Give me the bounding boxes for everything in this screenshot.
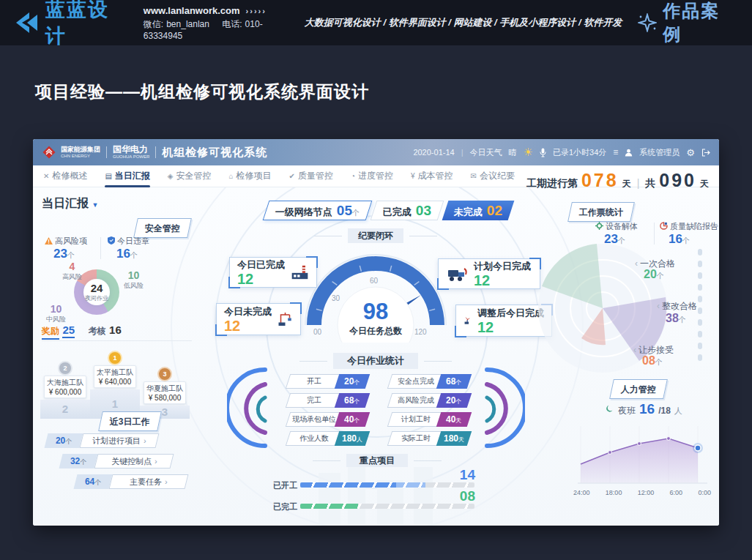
time-tick: 12:00 [638, 489, 655, 496]
site-logo[interactable]: 蓝蓝设计 [13, 0, 130, 49]
safety-badge: 安全管控 [133, 218, 192, 238]
network-node-segment: 一级网络节点05个 [263, 201, 373, 220]
tab-daily-report[interactable]: ▤当日汇报 [105, 165, 149, 187]
key-started-value: 14 [443, 467, 475, 483]
site-url[interactable]: www.lanlanwork.com [144, 5, 240, 16]
reward-assess-row: 奖励 25 考核 16 [42, 324, 192, 341]
site-logo-text: 蓝蓝设计 [45, 0, 130, 49]
silver-medal-icon: 2 [59, 362, 71, 374]
loop-label: 纪要闭环 [348, 228, 403, 243]
dash-body: 当日汇报 ▼ 安全管控 高风险项 23个 今日违章 16个 24夜间作业 [33, 187, 719, 526]
chevron-right-icon: › [165, 477, 168, 486]
team-ranking-podium: 2 大海施工队¥ 600,000 2 1 太平施工队¥ 640,000 1 3 … [40, 343, 197, 419]
org2-name: 国华电力 [113, 145, 149, 154]
chevron-down-icon[interactable]: ▼ [92, 201, 98, 209]
time-tick: 24:00 [573, 489, 590, 496]
night-unit: 人 [674, 406, 682, 417]
team-rank-2: 2 大海施工队¥ 600,000 2 [40, 362, 90, 419]
gauge-value: 98 [324, 300, 427, 323]
org-block-1: 国家能源集团CHN ENERGY [61, 146, 100, 158]
schedule-days: 078 [581, 170, 619, 191]
recent-item-planned-projects[interactable]: 计划进行项目› [80, 433, 160, 448]
report-icon: ▤ [105, 172, 111, 180]
logout-icon[interactable] [701, 149, 710, 157]
factory-icon [291, 263, 309, 282]
page: 蓝蓝设计 www.lanlanwork.com››››› 微信:ben_lanl… [0, 0, 752, 560]
dashboard-screenshot: 国家能源集团CHN ENERGY 国华电力GUOHUA POWER 机组检修可视… [33, 139, 719, 526]
night-value: 16 [639, 401, 655, 417]
pill-started: 开工20个 [288, 374, 368, 389]
gear-wrench-icon [595, 222, 603, 230]
portfolio-label: 作品案例 [663, 0, 739, 46]
phone-label: 电话: [222, 19, 242, 29]
team-name: 太平施工队 [97, 367, 133, 378]
key-started-label: 已开工 [273, 480, 297, 491]
stat-unit: 个 [682, 236, 690, 244]
hr-badge: 人力管控 [609, 379, 668, 399]
ticket-badge-text: 工作票统计 [579, 206, 623, 219]
key-finished-label: 已完工 [273, 501, 297, 512]
work-stats-title: 今日作业统计 [333, 353, 418, 369]
card-planned-today: 计划今日完成12 [438, 258, 540, 289]
tab-progress[interactable]: ◔进度管控 [351, 165, 393, 187]
settings-gear-icon[interactable]: ⚙ [686, 147, 695, 158]
quality-rectified-label: ‹整改合格 [657, 300, 697, 313]
pill-contractors: 现场承包单位40个 [288, 412, 368, 427]
header-right: 2020-01-14 | 今日天气 晴 ☀ 已录1小时34分 ≡ 系统管理员 ⚙ [413, 146, 710, 159]
stat-value: 16 [116, 247, 130, 261]
tab-projects[interactable]: ⌂检修项目 [229, 165, 272, 187]
schedule-total-prefix: 共 [645, 177, 655, 190]
yen-icon: ¥ [411, 172, 415, 180]
pill-planned-hours: 计划工时40天 [390, 412, 469, 427]
tick-left-icon: ‹ [633, 345, 636, 355]
reward-label[interactable]: 奖励 [42, 326, 59, 340]
tab-label: 质量管控 [298, 170, 333, 182]
microphone-icon[interactable] [540, 148, 546, 157]
team-amount: ¥ 600,000 [47, 388, 83, 396]
tab-minutes[interactable]: ✉会议纪要 [471, 165, 515, 187]
tools-icon: ✕ [43, 172, 49, 180]
stat-divider [100, 237, 101, 259]
recent-item-main-tasks[interactable]: 主要任务› [109, 474, 189, 489]
clock-icon: ◔ [351, 172, 355, 180]
time-tick: 0:00 [698, 489, 711, 496]
night-work-donut-chart: 24夜间作业 [74, 269, 119, 315]
card-done-today: 今日已完成12 [229, 257, 317, 288]
schedule-counter: 工期进行第 078 天 | 共 090 天 [526, 170, 709, 191]
gauge-tick-0: 00 [313, 328, 321, 336]
assess-label[interactable]: 考核 [89, 326, 106, 336]
done-segment: 已完成03 [371, 201, 444, 220]
team-amount: ¥ 640,000 [97, 378, 133, 386]
schedule-prefix: 工期进行第 [526, 177, 578, 190]
tab-label: 成本管控 [418, 170, 453, 182]
site-header: 蓝蓝设计 www.lanlanwork.com››››› 微信:ben_lanl… [0, 0, 752, 45]
record-duration: 已录1小时34分 [553, 147, 606, 158]
record-list-icon[interactable]: ≡ [613, 147, 618, 157]
org1-name: 国家能源集团 [61, 146, 100, 154]
crane-icon [278, 309, 293, 329]
gauge-readout: 98 今日任务总数 [324, 300, 427, 337]
arc-decoration-right [483, 367, 525, 449]
gauge-label: 今日任务总数 [324, 325, 427, 337]
skyline-building [348, 458, 365, 524]
pill-finished: 完工68个 [288, 393, 368, 408]
weather-label: 今日天气 [470, 147, 502, 158]
night-total: /18 [658, 406, 671, 416]
tab-quality[interactable]: ✔质量管控 [289, 165, 333, 187]
tab-safety[interactable]: ◈安全管控 [168, 165, 212, 187]
lanlan-logo-icon [13, 12, 40, 34]
gold-medal-icon: 1 [109, 352, 121, 364]
dash-header: 国家能源集团CHN ENERGY 国华电力GUOHUA POWER 机组检修可视… [33, 139, 719, 165]
reward-value: 25 [62, 324, 75, 338]
portfolio-link[interactable]: 作品案例 [638, 0, 739, 46]
skyline-building [414, 467, 433, 524]
recent-item-key-control-points[interactable]: 关键控制点› [94, 454, 174, 468]
stat-value: 23 [53, 247, 67, 261]
tab-overview[interactable]: ✕检修概述 [43, 165, 87, 187]
tick-left-icon: ‹ [635, 258, 638, 269]
tick-left-icon: ‹ [657, 301, 660, 311]
tab-cost[interactable]: ¥成本管控 [411, 165, 453, 187]
stat-label: 设备解体 [606, 222, 638, 231]
user-name[interactable]: 系统管理员 [639, 147, 680, 158]
section-title-daily[interactable]: 当日汇报 ▼ [42, 196, 98, 212]
